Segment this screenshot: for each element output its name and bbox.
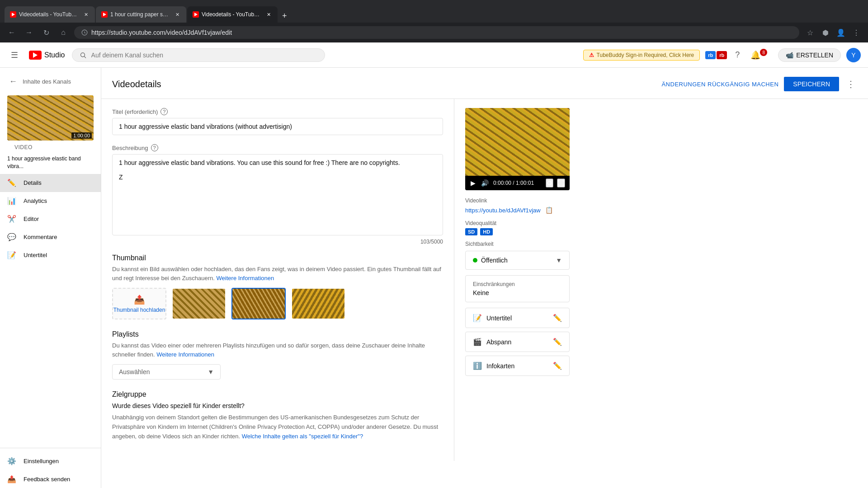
tubebuddy-banner[interactable]: ⚠ TubeBuddy Sign-in Required, Click Here xyxy=(583,50,700,61)
yt-studio-header: ☰ Studio ⚠ TubeBuddy Sign-in Required, C… xyxy=(0,42,868,68)
sichtbarkeit-dropdown[interactable]: Öffentlich ▼ xyxy=(465,251,570,270)
hamburger-menu-button[interactable]: ☰ xyxy=(7,47,22,64)
thumbnail-more-link[interactable]: Weitere Informationen xyxy=(217,275,274,282)
description-help-icon[interactable]: ? xyxy=(151,144,158,151)
sidebar-item-untertitel[interactable]: 📝 Untertitel xyxy=(0,246,101,264)
public-status-dot xyxy=(473,258,477,263)
description-label: Beschreibung ? xyxy=(112,144,443,151)
home-button[interactable]: ⌂ xyxy=(57,26,70,39)
panel-item-untertitel[interactable]: 📝 Untertitel ✏️ xyxy=(465,308,570,328)
sidebar-item-details[interactable]: ✏️ Details xyxy=(0,174,101,192)
thumbnail-upload-btn[interactable]: 📤 Thumbnail hochladen xyxy=(112,288,166,319)
settings-button[interactable]: ⚙ xyxy=(546,178,553,188)
sidebar-item-analytics[interactable]: 📊 Analytics xyxy=(0,192,101,210)
forward-button[interactable]: → xyxy=(23,26,35,39)
description-textarea[interactable]: 1 hour aggressive elastic band vibration… xyxy=(112,154,443,235)
videodetails-header: Videodetails ÄNDERUNGEN RÜCKGÄNGIG MACHE… xyxy=(101,68,868,99)
vd-actions: ÄNDERUNGEN RÜCKGÄNGIG MACHEN SPEICHERN ⋮ xyxy=(661,77,857,91)
videolink-row: Videolink https://youtu.be/dJdAVf1vjaw 📋 xyxy=(465,197,570,215)
tab-close-3[interactable]: ✕ xyxy=(265,11,272,18)
play-button[interactable]: ▶ xyxy=(470,178,476,188)
search-input[interactable] xyxy=(91,52,318,59)
erstellen-button[interactable]: 📹 ERSTELLEN xyxy=(778,48,841,62)
sidebar-item-einstellungen[interactable]: ⚙️ Einstellungen xyxy=(0,452,101,470)
videolink-label: Videolink xyxy=(465,197,570,204)
vd-right-column: ▶ 🔊 0:00:00 / 1:00:01 ⚙ ⛶ Videolink http… xyxy=(454,99,580,461)
sidebar-item-kommentare[interactable]: 💬 Kommentare xyxy=(0,228,101,246)
more-options-button[interactable]: ⋮ xyxy=(850,26,863,39)
extensions-button[interactable]: ⬢ xyxy=(819,26,832,39)
playlists-desc: Du kannst das Video einer oder mehreren … xyxy=(112,341,443,359)
thumbnail-option-2[interactable] xyxy=(231,288,286,319)
tubebuddy-text: TubeBuddy Sign-in Required, Click Here xyxy=(597,52,694,58)
title-input[interactable] xyxy=(112,118,443,135)
zielgruppe-link[interactable]: Welche Inhalte gelten als "speziell für … xyxy=(242,433,363,440)
user-avatar[interactable]: Y xyxy=(846,48,861,62)
tab-title-1: Videodetails - YouTube Studio xyxy=(19,11,80,18)
sidebar-item-feedback[interactable]: 📤 Feedback senden xyxy=(0,470,101,488)
kommentare-icon: 💬 xyxy=(7,233,16,242)
einschraenkungen-label: Einschränkungen xyxy=(473,281,562,287)
playlists-title: Playlists xyxy=(112,330,443,338)
address-text: https://studio.youtube.com/video/dJdAVf1… xyxy=(91,29,792,36)
sidebar-channel-text: Inhalte des Kanals xyxy=(23,78,71,85)
help-button[interactable]: ? xyxy=(732,47,742,62)
panel-untertitel-label: Untertitel xyxy=(486,314,548,322)
bookmark-button[interactable]: ☆ xyxy=(804,26,816,39)
revert-button[interactable]: ÄNDERUNGEN RÜCKGÄNGIG MACHEN xyxy=(661,81,778,88)
save-button[interactable]: SPEICHERN xyxy=(784,77,839,91)
address-bar[interactable]: https://studio.youtube.com/video/dJdAVf1… xyxy=(74,26,799,39)
einschraenkungen-container: Einschränkungen Keine xyxy=(465,275,570,302)
thumbnail-option-1[interactable] xyxy=(172,288,226,319)
feedback-icon: 📤 xyxy=(7,474,16,483)
sidebar-label-feedback: Feedback senden xyxy=(24,476,70,483)
zielgruppe-desc: Unabhängig von deinem Standort gelten di… xyxy=(112,413,443,441)
vd-body: Titel (erforderlich) ? Beschreibung ? 1 … xyxy=(101,99,868,461)
tab-close-1[interactable]: ✕ xyxy=(82,11,90,18)
sidebar-back-channel[interactable]: ← Inhalte des Kanals xyxy=(0,68,101,95)
browser-tab-2[interactable]: 1 hour cutting paper sound (wi... ✕ xyxy=(96,6,186,23)
thumbnail-option-3[interactable] xyxy=(291,288,345,319)
untertitel-edit-icon[interactable]: ✏️ xyxy=(553,314,562,322)
abspann-edit-icon[interactable]: ✏️ xyxy=(553,338,562,346)
einstellungen-icon: ⚙️ xyxy=(7,456,16,465)
tubebuddy-btn2[interactable]: rb xyxy=(717,51,727,59)
refresh-button[interactable]: ↻ xyxy=(40,26,52,39)
more-options-button[interactable]: ⋮ xyxy=(844,77,857,91)
profile-button[interactable]: 👤 xyxy=(835,26,847,39)
new-tab-button[interactable]: + xyxy=(278,9,291,23)
infokarten-edit-icon[interactable]: ✏️ xyxy=(553,361,562,370)
sidebar-item-editor[interactable]: ✂️ Editor xyxy=(0,210,101,228)
notifications-button[interactable]: 🔔 8 xyxy=(748,47,773,63)
sidebar-back-button[interactable]: ← xyxy=(7,75,19,88)
tubebuddy-warning-icon: ⚠ xyxy=(589,52,594,58)
video-duration-badge: 1:00:00 xyxy=(71,132,92,139)
untertitel-icon: 📝 xyxy=(7,251,16,260)
youtube-logo-icon xyxy=(29,51,42,60)
sichtbarkeit-label: Sichtbarkeit xyxy=(465,241,570,247)
search-bar[interactable] xyxy=(72,48,325,62)
sidebar-label-einstellungen: Einstellungen xyxy=(24,458,59,465)
tubebuddy-btn1[interactable]: rb xyxy=(705,51,716,59)
browser-tab-3[interactable]: Videodetails - YouTube Studio ✕ xyxy=(187,6,278,23)
playlists-dropdown[interactable]: Auswählen ▼ xyxy=(112,364,221,380)
erstellen-label: ERSTELLEN xyxy=(796,52,833,59)
fullscreen-button[interactable]: ⛶ xyxy=(557,178,565,188)
tubebuddy-buttons: rb rb xyxy=(705,51,727,59)
browser-tabs: Videodetails - YouTube Studio ✕ 1 hour c… xyxy=(5,0,291,23)
panel-abspann-label: Abspann xyxy=(486,338,548,346)
quality-badge-hd: HD xyxy=(480,228,493,235)
untertitel-panel-icon: 📝 xyxy=(473,314,482,322)
back-button[interactable]: ← xyxy=(5,26,18,39)
playlists-more-link[interactable]: Weitere Informationen xyxy=(156,351,214,358)
panel-item-infokarten[interactable]: ℹ️ Infokarten ✏️ xyxy=(465,356,570,376)
sichtbarkeit-dropdown-arrow: ▼ xyxy=(556,257,562,264)
volume-button[interactable]: 🔊 xyxy=(480,178,490,188)
tab-close-2[interactable]: ✕ xyxy=(174,11,181,18)
thumbnail-upload-label: Thumbnail hochladen xyxy=(113,307,165,313)
panel-item-abspann[interactable]: 🎬 Abspann ✏️ xyxy=(465,332,570,352)
browser-tab-1[interactable]: Videodetails - YouTube Studio ✕ xyxy=(5,6,95,23)
copy-link-button[interactable]: 📋 xyxy=(544,206,554,215)
videolink-url[interactable]: https://youtu.be/dJdAVf1vjaw xyxy=(465,207,541,214)
title-help-icon[interactable]: ? xyxy=(160,108,168,115)
